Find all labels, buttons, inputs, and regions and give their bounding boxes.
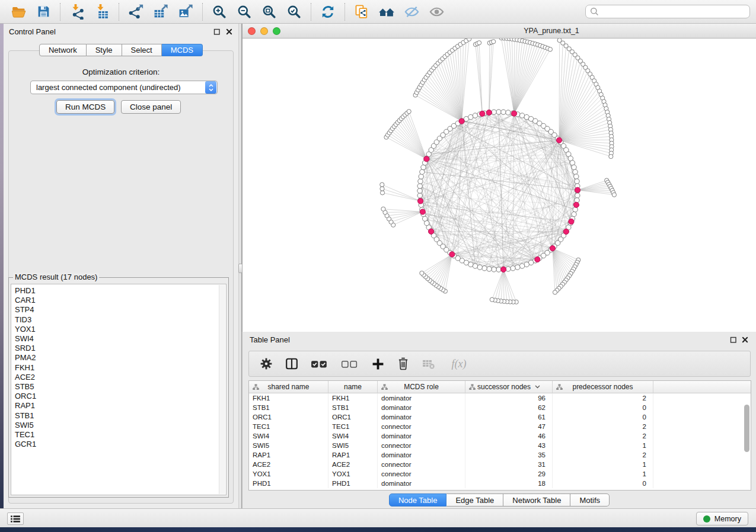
column-header-predecessor-nodes[interactable]: predecessor nodes [553, 381, 653, 393]
list-item[interactable]: RAP1 [15, 401, 218, 411]
table-scrollbar-thumb[interactable] [744, 405, 749, 452]
tab-edge-table[interactable]: Edge Table [446, 493, 503, 507]
tab-node-table[interactable]: Node Table [389, 493, 447, 507]
memory-button[interactable]: Memory [696, 512, 748, 525]
import-network-button[interactable] [65, 2, 90, 22]
show-column-panel-button[interactable] [285, 357, 299, 371]
list-item[interactable]: TEC1 [15, 430, 218, 440]
tab-mcds[interactable]: MCDS [162, 44, 203, 56]
save-icon [36, 4, 51, 19]
network-titlebar[interactable]: YPA_prune.txt_1 [243, 24, 756, 39]
export-network-button[interactable] [123, 2, 148, 22]
cell-shared-name: ACE2 [249, 460, 328, 469]
folder-open-icon [11, 4, 27, 19]
list-item[interactable]: GCR1 [15, 440, 218, 449]
list-item[interactable]: CAR1 [15, 296, 218, 305]
tab-style[interactable]: Style [87, 44, 122, 56]
table-row[interactable]: STB1STB1dominator620 [249, 403, 751, 412]
list-item[interactable]: PMA2 [15, 353, 218, 363]
run-mcds-button[interactable]: Run MCDS [56, 100, 114, 114]
table-row[interactable]: RAP1RAP1dominator352 [249, 450, 751, 460]
deselect-all-button[interactable] [340, 357, 359, 371]
list-item[interactable]: TID3 [15, 315, 218, 325]
open-session-button[interactable] [6, 2, 31, 22]
close-panel-action-button[interactable]: Close panel [121, 100, 181, 114]
cell-MCDS-role: connector [378, 441, 465, 450]
zoom-selected-button[interactable] [282, 2, 307, 22]
list-scrollbar[interactable] [219, 285, 225, 494]
toolbar-separator [60, 3, 60, 21]
column-header-successor-nodes[interactable]: successor nodes [465, 381, 553, 393]
hierarchy-icon [381, 384, 388, 390]
float-panel-button[interactable] [212, 27, 222, 36]
column-header-name[interactable]: name [328, 381, 378, 393]
zoom-out-button[interactable] [232, 2, 257, 22]
table-panel: Table Panel f(x) shared namenameMCDS rol… [242, 332, 756, 508]
select-all-button[interactable] [310, 357, 329, 371]
close-panel-button[interactable] [224, 27, 234, 36]
list-item[interactable]: SWI4 [15, 334, 218, 344]
criterion-select[interactable]: largest connected component (undirected) [30, 81, 218, 94]
sort-desc-icon [535, 385, 540, 389]
cell-name: SWI4 [328, 431, 378, 441]
close-table-panel-button[interactable] [740, 335, 749, 344]
list-item[interactable]: STB1 [15, 411, 218, 421]
zoom-fit-button[interactable] [257, 2, 282, 22]
copy-network-button[interactable] [349, 2, 374, 22]
memory-label: Memory [714, 515, 741, 523]
mcds-result-listbox[interactable]: PHD1CAR1STP4TID3YOX1SWI4SRD1PMA2FKH1ACE2… [11, 284, 227, 495]
save-session-button[interactable] [31, 2, 56, 22]
toolbar-separator [119, 3, 119, 21]
table-row[interactable]: ACE2ACE2connector311 [249, 460, 751, 469]
hide-selected-button[interactable] [399, 2, 424, 22]
maximize-window-button[interactable] [273, 27, 280, 35]
add-column-button[interactable] [371, 357, 385, 371]
zoom-in-button[interactable] [207, 2, 232, 22]
tab-network[interactable]: Network [39, 44, 87, 56]
cell-MCDS-role: dominator [378, 431, 465, 441]
delete-column-button[interactable] [396, 357, 410, 371]
column-header-shared-name[interactable]: shared name [249, 381, 328, 393]
desktop-wallpaper-bottom [0, 527, 756, 532]
table-row[interactable]: FKH1FKH1dominator962 [249, 393, 751, 403]
refresh-layout-button[interactable] [315, 2, 340, 22]
list-item[interactable]: SWI5 [15, 421, 218, 430]
table-row[interactable]: PHD1PHD1dominator180 [249, 479, 751, 488]
table-row[interactable]: SWI5SWI5connector431 [249, 441, 751, 450]
table-row[interactable]: ORC1ORC1dominator610 [249, 412, 751, 422]
task-history-button[interactable] [7, 512, 24, 525]
table-delete-icon [422, 358, 435, 370]
export-table-button[interactable] [148, 2, 173, 22]
cell-filler [653, 469, 751, 479]
cell-predecessor-nodes: 1 [553, 460, 653, 469]
list-item[interactable]: SRD1 [15, 344, 218, 353]
import-table-button[interactable] [90, 2, 114, 22]
search-input[interactable] [602, 7, 745, 16]
table-settings-button[interactable] [259, 357, 273, 371]
network-canvas[interactable] [243, 39, 756, 332]
optimization-criterion-label: Optimization criterion: [9, 68, 233, 76]
list-item[interactable]: STP4 [15, 305, 218, 315]
close-window-button[interactable] [248, 27, 256, 35]
tab-select[interactable]: Select [122, 44, 162, 56]
table-row[interactable]: TEC1TEC1connector472 [249, 422, 751, 431]
list-item[interactable]: PHD1 [15, 286, 218, 296]
minimize-window-button[interactable] [260, 27, 268, 35]
column-header-MCDS-role[interactable]: MCDS role [378, 381, 465, 393]
tab-network-table[interactable]: Network Table [503, 493, 570, 507]
tab-motifs[interactable]: Motifs [570, 493, 610, 507]
first-neighbors-button[interactable] [374, 2, 399, 22]
list-item[interactable]: ACE2 [15, 373, 218, 382]
show-all-button[interactable] [424, 2, 449, 22]
table-row[interactable]: YOX1YOX1connector291 [249, 469, 751, 479]
cell-successor-nodes: 47 [465, 422, 553, 431]
list-item[interactable]: YOX1 [15, 325, 218, 334]
export-image-button[interactable] [173, 2, 198, 22]
float-table-panel-button[interactable] [729, 335, 738, 344]
list-item[interactable]: FKH1 [15, 363, 218, 373]
table-row[interactable]: SWI4SWI4dominator462 [249, 431, 751, 441]
cell-name: PHD1 [328, 479, 378, 488]
list-item[interactable]: STB5 [15, 382, 218, 392]
delete-table-button [422, 357, 436, 371]
list-item[interactable]: ORC1 [15, 392, 218, 401]
